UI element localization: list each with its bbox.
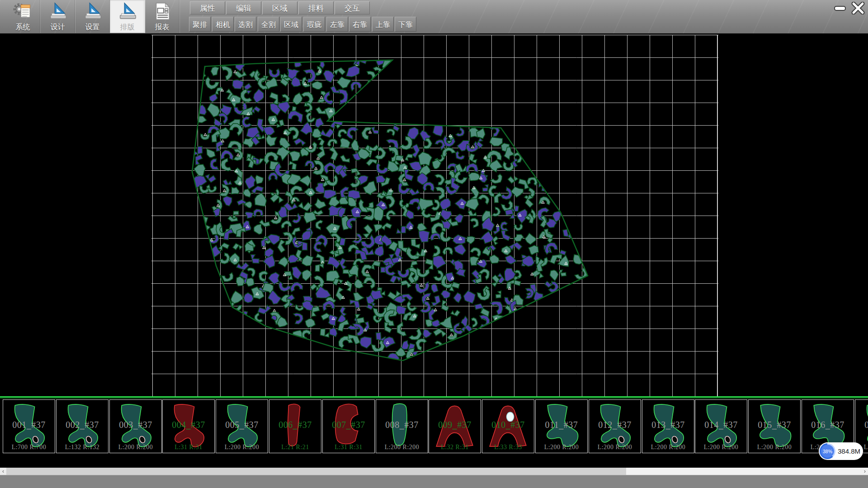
part-lr-count-label: L:21 R:21 <box>269 444 321 451</box>
part-id-label: 001_#37 <box>3 420 55 430</box>
toolbar-button-label: 设计 <box>51 23 65 31</box>
part-lr-count-label: L:200 R:200 <box>536 444 587 451</box>
application-window: { "window": { "controls": { "minimize": … <box>0 0 868 488</box>
nest-viewport <box>0 33 868 397</box>
part-id-label: 017_#37 <box>855 420 868 430</box>
parts-scrollbar: ‹ › <box>0 468 868 475</box>
status-bar <box>0 475 868 488</box>
part-lr-count-label: L:200 R:200 <box>589 444 641 451</box>
tool-camera[interactable]: 相机 <box>212 17 234 32</box>
scroll-left-button[interactable]: ‹ <box>0 468 6 475</box>
nesting-ruler-icon <box>117 1 138 22</box>
scrollbar-thumb[interactable] <box>6 468 626 475</box>
part-thumbnail-009_#37[interactable]: 009_#37L:32 R:31 <box>429 399 481 453</box>
tool-cluster-nest[interactable]: 聚排 <box>189 17 211 32</box>
part-id-label: 002_#37 <box>57 420 108 430</box>
progress-ring: 38% <box>820 443 835 459</box>
minimize-button[interactable] <box>832 2 848 14</box>
part-id-label: 013_#37 <box>642 420 694 430</box>
part-id-label: 003_#37 <box>110 420 161 430</box>
design-ruler-icon <box>47 1 68 22</box>
part-thumbnail-001_#37[interactable]: 001_#37L:700 R:700 <box>3 399 55 453</box>
tab-nest[interactable]: 排料 <box>298 1 334 14</box>
part-thumbnail-002_#37[interactable]: 002_#37L:132 R:132 <box>56 399 108 453</box>
toolbar-button-report[interactable]: 报表 <box>145 0 180 33</box>
tool-align-right[interactable]: 右靠 <box>349 17 371 32</box>
part-id-label: 015_#37 <box>749 420 800 430</box>
system-icon <box>13 1 33 22</box>
part-thumbnail-007_#37[interactable]: 007_#37L:31 R:31 <box>322 399 375 453</box>
part-thumbnail-008_#37[interactable]: 008_#37L:200 R:200 <box>376 399 428 453</box>
part-lr-count-label: L:33 R:33 <box>482 444 534 451</box>
app-toolbar: 系统 设计 设置 排版 报表 属性编辑区域排料交互 聚排相机选割全割区域瑕疵左靠… <box>0 0 868 34</box>
part-id-label: 011_#37 <box>536 420 587 430</box>
part-lr-count-label: L:200 R:200 <box>695 444 747 451</box>
part-id-label: 006_#37 <box>269 420 321 430</box>
settings-ruler-icon <box>82 1 103 22</box>
tool-region[interactable]: 区域 <box>280 17 302 32</box>
parts-strip-accent-line-dark <box>0 398 868 399</box>
parts-strip-accent-line <box>0 396 868 398</box>
parts-panel: 001_#37L:700 R:700 002_#37L:132 R:132 00… <box>0 399 868 468</box>
part-thumbnail-011_#37[interactable]: 011_#37L:200 R:200 <box>535 399 588 453</box>
minimize-icon <box>832 2 848 14</box>
part-thumbnail-014_#37[interactable]: 014_#37L:200 R:200 <box>695 399 747 453</box>
part-id-label: 014_#37 <box>695 420 747 430</box>
scroll-right-button[interactable]: › <box>862 468 868 475</box>
part-id-label: 004_#37 <box>163 420 214 430</box>
part-id-label: 010_#37 <box>482 420 534 430</box>
part-id-label: 016_#37 <box>802 420 854 430</box>
toolbar-button-label: 报表 <box>155 23 170 31</box>
part-lr-count-label: L:200 R:200 <box>110 444 161 451</box>
tab-properties[interactable]: 属性 <box>190 1 225 14</box>
part-id-label: 012_#37 <box>589 420 641 430</box>
download-size-label: 384.8M <box>838 442 860 460</box>
part-lr-count-label: L:200 R:200 <box>642 444 694 451</box>
tab-edit[interactable]: 编辑 <box>226 1 261 14</box>
progress-percent: 38% <box>821 445 834 458</box>
part-lr-count-label: L:200 R:200 <box>216 444 268 451</box>
part-id-label: 009_#37 <box>429 420 481 430</box>
tool-align-top[interactable]: 上靠 <box>372 17 394 32</box>
toolbar-button-design[interactable]: 设计 <box>40 0 75 33</box>
toolbar-button-label: 设置 <box>85 23 100 31</box>
tab-region[interactable]: 区域 <box>262 1 297 14</box>
tool-select-cut[interactable]: 选割 <box>235 17 256 32</box>
report-icon <box>152 1 173 22</box>
part-thumbnail-003_#37[interactable]: 003_#37L:200 R:200 <box>109 399 162 453</box>
part-id-label: 007_#37 <box>323 420 374 430</box>
nest-canvas[interactable] <box>151 35 718 397</box>
tool-align-bottom[interactable]: 下靠 <box>395 17 416 32</box>
close-button[interactable] <box>850 2 866 14</box>
toolbar-button-settings[interactable]: 设置 <box>75 0 110 33</box>
part-lr-count-label: L:32 R:31 <box>429 444 481 451</box>
tab-interact[interactable]: 交互 <box>335 1 370 14</box>
part-thumbnail-006_#37[interactable]: 006_#37L:21 R:21 <box>269 399 321 453</box>
part-thumbnail-015_#37[interactable]: 015_#37L:200 R:200 <box>748 399 801 453</box>
part-lr-count-label: L:700 R:700 <box>3 444 55 451</box>
download-progress-badge[interactable]: 38% 384.8M <box>819 442 863 460</box>
part-lr-count-label: L:31 R:31 <box>163 444 214 451</box>
toolbar-button-nesting[interactable]: 排版 <box>110 0 145 33</box>
part-lr-count-label: L:132 R:132 <box>57 444 108 451</box>
toolbar-button-system[interactable]: 系统 <box>5 0 41 33</box>
tool-defect[interactable]: 瑕疵 <box>303 17 325 32</box>
part-lr-count-label: L:200 R:200 <box>749 444 800 451</box>
toolbar-button-label: 系统 <box>16 23 30 31</box>
tool-cut-all[interactable]: 全割 <box>258 17 279 32</box>
part-thumbnail-010_#37[interactable]: 010_#37L:33 R:33 <box>482 399 534 453</box>
toolbar-button-label: 排版 <box>120 23 135 31</box>
part-thumbnail-005_#37[interactable]: 005_#37L:200 R:200 <box>216 399 268 453</box>
part-thumbnail-012_#37[interactable]: 012_#37L:200 R:200 <box>589 399 641 453</box>
part-id-label: 008_#37 <box>376 420 428 430</box>
close-icon <box>850 2 866 14</box>
tool-align-left[interactable]: 左靠 <box>326 17 348 32</box>
part-lr-count-label: L:31 R:31 <box>323 444 374 451</box>
part-thumbnail-013_#37[interactable]: 013_#37L:200 R:200 <box>642 399 694 453</box>
part-lr-count-label: L:200 R:200 <box>376 444 428 451</box>
part-thumbnail-004_#37[interactable]: 004_#37L:31 R:31 <box>162 399 215 453</box>
part-id-label: 005_#37 <box>216 420 268 430</box>
